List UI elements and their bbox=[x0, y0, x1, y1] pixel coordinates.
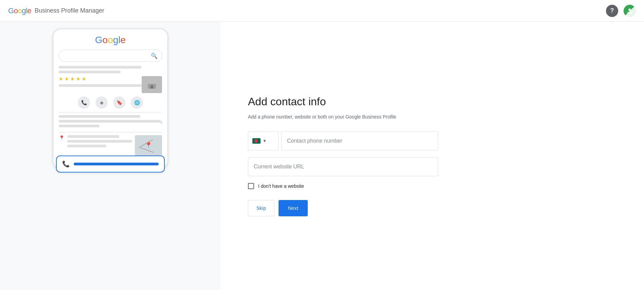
phone-google-logo: Google bbox=[59, 35, 162, 46]
form-subtitle: Add a phone number, website or both on y… bbox=[248, 113, 438, 121]
phone-info-line-3 bbox=[59, 125, 100, 127]
logo-o1: o bbox=[14, 6, 18, 15]
main-content: Google 🔍 ★ ★ ★ bbox=[0, 22, 644, 290]
phone-info-line-2 bbox=[59, 120, 161, 123]
website-input-container bbox=[248, 157, 438, 176]
google-logo: Google bbox=[8, 6, 31, 15]
header: Google Business Profile Manager ? bbox=[0, 0, 644, 22]
button-row: Skip Next bbox=[248, 200, 438, 216]
phone-biz-lines: ★ ★ ★ ★ ★ bbox=[59, 76, 142, 89]
phone-map-section: 📍 📍 bbox=[59, 132, 162, 156]
no-website-checkbox[interactable] bbox=[248, 183, 254, 189]
logo-g2: g bbox=[22, 6, 26, 15]
phone-mockup: Google 🔍 ★ ★ ★ bbox=[53, 29, 168, 169]
star-3: ★ bbox=[70, 76, 75, 81]
phone-web-action-icon: 🌐 bbox=[131, 96, 143, 109]
phone-store-icon bbox=[142, 76, 162, 93]
no-website-label[interactable]: I don't have a website bbox=[258, 183, 304, 189]
star-5: ★ bbox=[82, 76, 86, 81]
star-1: ★ bbox=[59, 76, 63, 81]
logo-o2: o bbox=[18, 6, 22, 15]
phone-info-line-1 bbox=[59, 115, 140, 118]
phone-direction-action-icon: ◈ bbox=[95, 96, 108, 109]
help-icon[interactable]: ? bbox=[606, 5, 618, 17]
skip-button[interactable]: Skip bbox=[248, 200, 274, 216]
map-pin-icon: 📍 bbox=[145, 142, 152, 149]
phone-map-line-3 bbox=[67, 145, 106, 147]
phone-search-bar: 🔍 bbox=[59, 50, 162, 62]
form-container: Add contact info Add a phone number, web… bbox=[248, 95, 438, 216]
left-panel: Google 🔍 ★ ★ ★ bbox=[0, 22, 221, 290]
phone-chevron-icon: › bbox=[161, 120, 162, 125]
phone-business-card: ★ ★ ★ ★ ★ bbox=[59, 76, 162, 93]
bangladesh-flag bbox=[252, 138, 261, 144]
avatar-inner bbox=[624, 5, 636, 17]
header-right: ? bbox=[606, 5, 636, 17]
header-title: Business Profile Manager bbox=[35, 7, 104, 14]
phone-line-1 bbox=[59, 66, 141, 69]
phone-info-section: › bbox=[59, 112, 162, 129]
phone-bottom-line bbox=[74, 163, 159, 165]
phone-map-line-1 bbox=[67, 135, 119, 138]
phone-save-action-icon: 🔖 bbox=[113, 96, 125, 109]
avatar-image-icon bbox=[626, 7, 633, 14]
phone-map-left: 📍 bbox=[59, 135, 132, 156]
phone-stars-row: ★ ★ ★ ★ ★ bbox=[59, 76, 142, 81]
right-panel: Add contact info Add a phone number, web… bbox=[221, 22, 644, 290]
phone-map-pin-icon: 📍 bbox=[59, 135, 65, 141]
phone-search-icon: 🔍 bbox=[151, 53, 158, 59]
phone-call-action-icon: 📞 bbox=[78, 96, 90, 109]
phone-map-thumbnail: 📍 bbox=[135, 135, 162, 156]
avatar[interactable] bbox=[624, 5, 636, 17]
next-button[interactable]: Next bbox=[279, 200, 308, 216]
phone-action-icons: 📞 ◈ 🔖 🌐 bbox=[59, 96, 162, 109]
checkbox-row: I don't have a website bbox=[248, 183, 438, 189]
svg-point-0 bbox=[628, 8, 631, 11]
phone-mockup-wrapper: Google 🔍 ★ ★ ★ bbox=[49, 29, 172, 169]
phone-map-lines bbox=[67, 135, 132, 149]
phone-info-lines bbox=[59, 115, 161, 129]
star-4: ★ bbox=[76, 76, 80, 81]
phone-map-line-2 bbox=[67, 140, 132, 143]
phone-bottom-phone-icon: 📞 bbox=[62, 160, 70, 168]
logo-e: e bbox=[27, 6, 31, 15]
svg-rect-2 bbox=[150, 85, 153, 89]
store-svg bbox=[146, 79, 157, 90]
form-title: Add contact info bbox=[248, 95, 438, 108]
website-url-input[interactable] bbox=[248, 157, 438, 176]
phone-line-3 bbox=[59, 84, 142, 87]
phone-input-row: ▼ bbox=[248, 131, 438, 150]
phone-number-input[interactable] bbox=[281, 131, 438, 150]
header-left: Google Business Profile Manager bbox=[8, 6, 104, 15]
phone-content-lines bbox=[59, 66, 162, 73]
country-selector[interactable]: ▼ bbox=[248, 131, 279, 150]
phone-line-2 bbox=[59, 71, 121, 73]
phone-bottom-bar: 📞 bbox=[56, 156, 165, 173]
dropdown-arrow-icon: ▼ bbox=[263, 139, 267, 143]
phone-info-row: › bbox=[59, 115, 162, 129]
star-2: ★ bbox=[65, 76, 69, 81]
logo-g: G bbox=[8, 6, 14, 15]
